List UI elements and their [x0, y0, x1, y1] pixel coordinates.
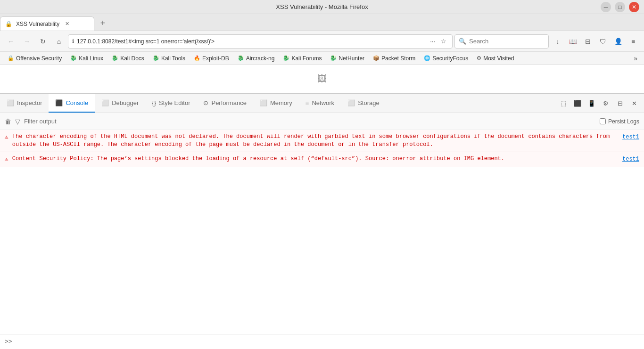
bookmark-icon: 🐉 — [70, 55, 77, 61]
sync-button[interactable]: ⊟ — [581, 34, 595, 49]
tab-inspector-label: Inspector — [17, 99, 42, 106]
console-input-bar: >> — [0, 334, 644, 349]
profile-button[interactable]: 👤 — [611, 34, 625, 49]
bookmark-packet-storm[interactable]: 📦 Packet Storm — [369, 54, 419, 63]
bookmarks-more-button[interactable]: » — [631, 54, 640, 63]
tab-performance[interactable]: ⊙ Performance — [197, 94, 253, 113]
bookmark-securityfocus[interactable]: 🌐 SecurityFocus — [420, 54, 472, 63]
forward-button[interactable]: → — [20, 34, 34, 49]
titlebar: XSS Vulnerability - Mozilla Firefox ─ □ … — [0, 0, 644, 14]
devtools-toolbar: ⬜ Inspector ⬛ Console ⬜ Debugger {} Styl… — [0, 94, 644, 113]
performance-icon: ⊙ — [203, 99, 208, 106]
bookmark-label: Packet Storm — [381, 55, 415, 62]
bookmark-label: Most Visited — [483, 55, 514, 62]
library-button[interactable]: 📖 — [566, 34, 580, 49]
bookmark-offensive-security[interactable]: 🔒 Offensive Security — [4, 54, 66, 63]
console-message-1: ⚠ The character encoding of the HTML doc… — [0, 130, 644, 152]
bookmark-icon: 🐉 — [238, 55, 244, 61]
split-horizontal-button[interactable]: ⬚ — [557, 97, 570, 110]
back-button[interactable]: ← — [4, 34, 18, 49]
bookmark-label: SecurityFocus — [432, 55, 468, 62]
tab-style-editor[interactable]: {} Style Editor — [145, 94, 197, 113]
page-content-area: 🖼 — [0, 65, 644, 93]
debugger-icon: ⬜ — [101, 99, 109, 106]
bookmark-kali-linux[interactable]: 🐉 Kali Linux — [66, 54, 107, 63]
persist-logs-control: Persist Logs — [600, 118, 639, 125]
storage-icon: ⬜ — [347, 99, 355, 106]
tab-storage[interactable]: ⬜ Storage — [341, 94, 386, 113]
window-title: XSS Vulnerability - Mozilla Firefox — [276, 3, 368, 10]
devtools-close-button[interactable]: ✕ — [628, 97, 640, 110]
vpn-button[interactable]: 🛡 — [596, 34, 610, 49]
console-source-1[interactable]: test1 — [622, 133, 639, 141]
console-source-2[interactable]: test1 — [622, 155, 639, 163]
split-vertical-button[interactable]: ⬛ — [571, 97, 584, 110]
error-icon-1: ⚠ — [5, 133, 8, 142]
responsive-button[interactable]: 📱 — [586, 97, 598, 110]
search-bar[interactable]: 🔍 — [454, 34, 549, 49]
tab-favicon: 🔒 — [5, 21, 12, 27]
tab-network-label: Network — [312, 99, 334, 106]
bookmark-nethunter[interactable]: 🐉 NetHunter — [326, 54, 368, 63]
bookmark-star-button[interactable]: ☆ — [439, 37, 448, 46]
bookmark-icon: 🐉 — [330, 55, 337, 61]
bookmark-icon: ⚙ — [477, 55, 481, 61]
filter-input[interactable] — [24, 118, 596, 125]
tab-storage-label: Storage — [358, 99, 380, 106]
bookmark-aircrack[interactable]: 🐉 Aircrack-ng — [234, 54, 279, 63]
reader-mode-button[interactable]: ··· — [428, 37, 437, 46]
nav-right-buttons: ↓ 📖 ⊟ 🛡 👤 ≡ — [551, 34, 640, 49]
menu-button[interactable]: ≡ — [626, 34, 640, 49]
navigation-bar: ← → ↻ ⌂ ℹ 127.0.0.1:8082/test1#<img src=… — [0, 31, 644, 52]
bookmark-kali-docs[interactable]: 🐉 Kali Docs — [108, 54, 148, 63]
bookmark-label: Kali Tools — [161, 55, 185, 62]
bookmark-kali-forums[interactable]: 🐉 Kali Forums — [279, 54, 325, 63]
bookmark-exploit-db[interactable]: 🔥 Exploit-DB — [190, 54, 233, 63]
bookmark-icon: 🐉 — [153, 55, 159, 61]
memory-icon: ⬜ — [260, 99, 267, 106]
tab-debugger[interactable]: ⬜ Debugger — [95, 94, 145, 113]
address-bar-actions: ··· ☆ — [428, 37, 448, 46]
network-icon: ≡ — [305, 99, 309, 106]
refresh-button[interactable]: ↻ — [36, 34, 50, 49]
home-button[interactable]: ⌂ — [52, 34, 66, 49]
console-icon: ⬛ — [55, 99, 63, 106]
tab-inspector[interactable]: ⬜ Inspector — [0, 94, 49, 113]
console-filter-bar: 🗑 ▽ Persist Logs — [0, 113, 644, 130]
console-text-2: Content Security Policy: The page’s sett… — [12, 155, 619, 163]
bookmark-most-visited[interactable]: ⚙ Most Visited — [473, 54, 518, 63]
browser-tab-xss[interactable]: 🔒 XSS Vulnerability ✕ — [0, 16, 94, 31]
maximize-button[interactable]: □ — [615, 2, 625, 12]
tab-memory[interactable]: ⬜ Memory — [253, 94, 299, 113]
bookmark-label: Exploit-DB — [202, 55, 229, 62]
style-editor-icon: {} — [152, 99, 156, 106]
url-text: 127.0.0.1:8082/test1#<img src=1 onerror=… — [77, 38, 425, 45]
bookmark-label: Aircrack-ng — [246, 55, 275, 62]
minimize-button[interactable]: ─ — [601, 2, 611, 12]
console-input[interactable] — [16, 338, 639, 345]
persist-logs-label: Persist Logs — [608, 118, 639, 125]
tab-network[interactable]: ≡ Network — [299, 94, 341, 113]
clear-console-button[interactable]: 🗑 — [5, 118, 11, 125]
close-button[interactable]: ✕ — [629, 2, 639, 12]
downloads-button[interactable]: ↓ — [551, 34, 565, 49]
address-bar[interactable]: ℹ 127.0.0.1:8082/test1#<img src=1 onerro… — [68, 34, 453, 49]
devtools-settings-button[interactable]: ⚙ — [600, 97, 612, 110]
search-icon: 🔍 — [459, 38, 466, 45]
bookmark-icon: 🐉 — [112, 55, 118, 61]
bookmark-label: Kali Docs — [120, 55, 144, 62]
tab-close-button[interactable]: ✕ — [63, 20, 71, 28]
bookmark-icon: 📦 — [373, 55, 380, 61]
persist-logs-checkbox[interactable] — [600, 118, 606, 124]
tab-console[interactable]: ⬛ Console — [49, 94, 95, 113]
lock-icon: ℹ — [72, 38, 74, 44]
page-broken-image: 🖼 — [317, 73, 327, 84]
search-input[interactable] — [469, 38, 540, 45]
bookmarks-bar: 🔒 Offensive Security 🐉 Kali Linux 🐉 Kali… — [0, 52, 644, 65]
bookmark-kali-tools[interactable]: 🐉 Kali Tools — [149, 54, 189, 63]
tab-console-label: Console — [66, 99, 88, 106]
new-tab-button[interactable]: + — [96, 16, 109, 30]
tab-label: XSS Vulnerability — [16, 21, 59, 27]
dock-button[interactable]: ⊟ — [614, 97, 626, 110]
devtools-panel: ⬜ Inspector ⬛ Console ⬜ Debugger {} Styl… — [0, 93, 644, 349]
